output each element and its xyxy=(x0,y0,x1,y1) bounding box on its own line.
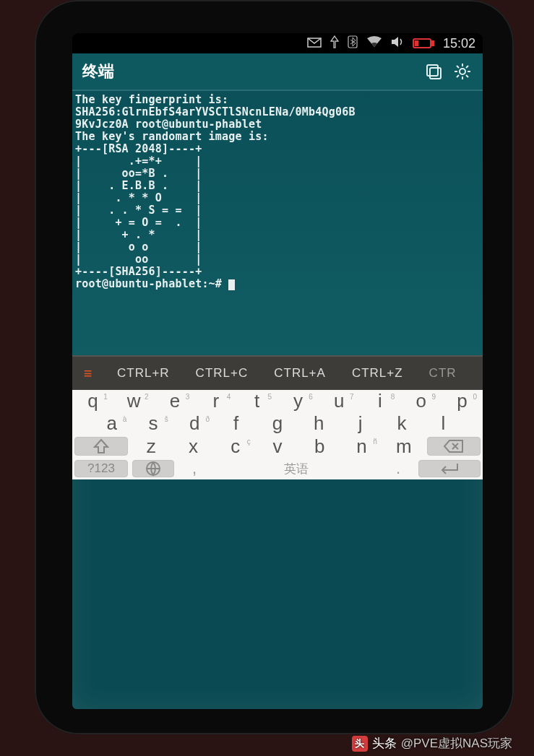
key-z[interactable]: z xyxy=(130,435,172,458)
watermark: 头 头条 @PVE虚拟NAS玩家 xyxy=(352,735,512,752)
space-key[interactable]: 英语 xyxy=(212,458,380,479)
key-o[interactable]: o9 xyxy=(400,390,442,412)
enter-icon xyxy=(439,461,460,476)
status-bar: 15:02 xyxy=(72,33,483,53)
svg-point-7 xyxy=(460,69,465,74)
key-g[interactable]: g xyxy=(257,412,298,435)
svg-rect-4 xyxy=(415,40,418,46)
hamburger-icon[interactable]: ≡ xyxy=(72,365,104,382)
tabs-icon xyxy=(424,62,443,81)
battery-icon xyxy=(413,38,434,49)
language-key[interactable] xyxy=(132,460,174,477)
backspace-key[interactable] xyxy=(427,437,481,456)
key-k[interactable]: k xyxy=(381,412,422,435)
bluetooth-icon xyxy=(348,35,358,52)
key-x[interactable]: x xyxy=(172,435,214,458)
enter-key[interactable] xyxy=(418,460,481,477)
comma-key[interactable]: , xyxy=(176,458,212,479)
watermark-logo: 头 xyxy=(352,736,368,752)
key-v[interactable]: v xyxy=(257,435,298,458)
key-w[interactable]: w2 xyxy=(113,390,155,412)
key-f[interactable]: f xyxy=(215,412,257,435)
svg-rect-6 xyxy=(430,68,441,79)
key-y[interactable]: y6 xyxy=(277,390,319,412)
globe-icon xyxy=(145,461,161,477)
terminal-output[interactable]: The key fingerprint is: SHA256:GlrnEbfS4… xyxy=(72,91,483,355)
key-r[interactable]: r4 xyxy=(195,390,236,412)
clock-text: 15:02 xyxy=(443,36,475,51)
symbols-key[interactable]: ?123 xyxy=(74,460,128,477)
key-s[interactable]: sš xyxy=(132,412,173,435)
key-j[interactable]: j xyxy=(340,412,381,435)
shortcut-ctrl-r[interactable]: CTRL+R xyxy=(104,357,183,390)
tabs-button[interactable] xyxy=(419,57,448,86)
key-d[interactable]: dð xyxy=(174,412,215,435)
app-title: 终端 xyxy=(78,61,419,82)
watermark-handle: @PVE虚拟NAS玩家 xyxy=(401,735,512,752)
svg-rect-3 xyxy=(431,41,434,45)
app-bar: 终端 xyxy=(72,53,483,91)
key-q[interactable]: q1 xyxy=(72,390,113,412)
shift-icon xyxy=(92,438,110,455)
keyboard: q1w2e3r4t5y6u7i8o9p0 aàsšdðfghjkl zxcçvb… xyxy=(72,390,483,479)
settings-button[interactable] xyxy=(448,57,477,86)
watermark-prefix: 头条 xyxy=(372,735,397,752)
key-l[interactable]: l xyxy=(423,412,464,435)
key-h[interactable]: h xyxy=(298,412,340,435)
key-n[interactable]: nñ xyxy=(340,435,382,458)
gear-icon xyxy=(453,62,472,81)
volume-icon xyxy=(391,36,404,51)
key-u[interactable]: u7 xyxy=(319,390,360,412)
period-key[interactable]: . xyxy=(380,458,416,479)
backspace-icon xyxy=(443,439,465,453)
shortcut-ctrl-c[interactable]: CTRL+C xyxy=(183,357,262,390)
shortcut-ctrl-a[interactable]: CTRL+A xyxy=(261,357,339,390)
key-i[interactable]: i8 xyxy=(360,390,401,412)
phone-screen: 15:02 终端 The key fingerprint is: SHA256:… xyxy=(72,33,483,709)
wifi-icon xyxy=(366,36,382,51)
key-e[interactable]: e3 xyxy=(155,390,196,412)
shortcut-bar: ≡ CTRL+R CTRL+C CTRL+A CTRL+Z CTR xyxy=(72,355,483,390)
shortcut-ctrl-z[interactable]: CTRL+Z xyxy=(339,357,416,390)
svg-rect-5 xyxy=(427,65,438,76)
shift-key[interactable] xyxy=(74,437,128,456)
key-a[interactable]: aà xyxy=(91,412,132,435)
key-b[interactable]: b xyxy=(298,435,340,458)
key-p[interactable]: p0 xyxy=(442,390,483,412)
key-t[interactable]: t5 xyxy=(236,390,277,412)
key-m[interactable]: m xyxy=(383,435,425,458)
shortcut-more[interactable]: CTR xyxy=(416,357,470,390)
key-c[interactable]: cç xyxy=(215,435,257,458)
location-icon xyxy=(330,35,339,52)
mail-icon xyxy=(307,36,322,51)
